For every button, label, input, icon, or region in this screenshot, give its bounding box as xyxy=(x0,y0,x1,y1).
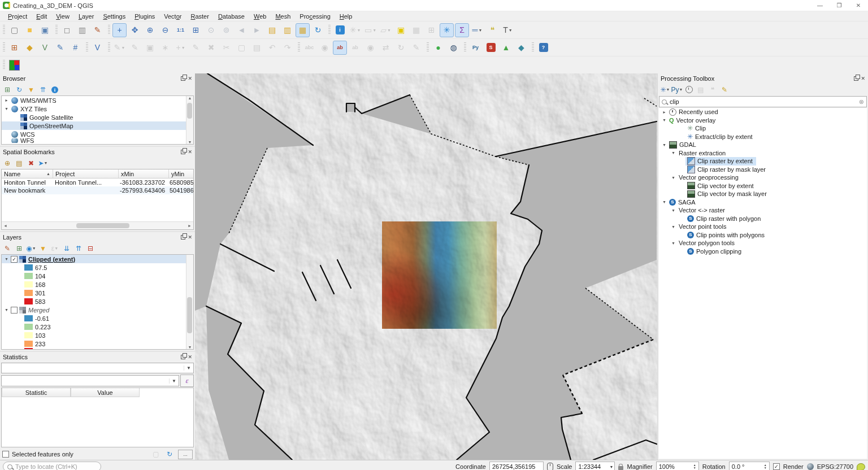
crs-value[interactable]: EPSG:27700 xyxy=(817,463,853,470)
processing-toolbox-toggle-button[interactable]: ✳ xyxy=(440,23,454,37)
layer-item-merged[interactable]: ▾Merged xyxy=(2,306,193,314)
toolbar-handle[interactable] xyxy=(3,60,5,70)
close-panel-icon[interactable]: ✕ xyxy=(188,150,192,155)
models-button[interactable]: ✳▼ xyxy=(659,84,671,95)
open-project-button[interactable]: ■ xyxy=(23,23,37,37)
collapse-icon[interactable]: ▾ xyxy=(670,224,676,229)
algorithm-item-vector-point-tools[interactable]: ▾Vector point tools xyxy=(659,223,867,231)
pan-to-selection-button[interactable]: ✥ xyxy=(128,23,142,37)
vertex-tool-dropdown-icon[interactable]: ▼ xyxy=(181,46,185,50)
rotation-input[interactable]: 0.0 ° ▲▼ xyxy=(729,462,770,470)
select-by-value-dropdown-icon[interactable]: ▼ xyxy=(387,28,391,32)
map-canvas[interactable] xyxy=(195,73,657,460)
menu-settings[interactable]: Settings xyxy=(98,12,130,20)
menu-layer[interactable]: Layer xyxy=(74,12,99,20)
collapse-all-button[interactable]: ⇈ xyxy=(37,84,49,95)
algorithm-item-clip[interactable]: ✳Clip xyxy=(659,124,867,133)
locate-input[interactable]: Type to locate (Ctrl+K) xyxy=(3,462,101,470)
toggle-extents-icon[interactable] xyxy=(547,463,553,470)
remove-layer-button[interactable]: ⊟ xyxy=(85,243,96,254)
new-temporary-scratch-layer-button[interactable]: V xyxy=(90,41,105,55)
menu-project[interactable]: Project xyxy=(3,12,32,20)
style-manager-button[interactable]: ✎ xyxy=(90,23,105,37)
measure-button[interactable]: ═▼ xyxy=(470,23,484,37)
algorithm-item-clip-raster-with-polygon[interactable]: SClip raster with polygon xyxy=(659,215,867,223)
horizontal-scrollbar[interactable]: ◄► xyxy=(2,221,193,229)
toolbar-handle[interactable] xyxy=(328,25,331,35)
menu-processing[interactable]: Processing xyxy=(295,12,335,20)
zoom-native-button[interactable]: 1:1 xyxy=(173,23,188,37)
legend-entry[interactable]: 233 xyxy=(2,340,193,348)
collapse-all-layers-button[interactable]: ⇈ xyxy=(73,243,84,254)
new-geopackage-layer-button[interactable]: ◆ xyxy=(23,41,37,55)
refresh-map-button[interactable]: ↻ xyxy=(311,23,325,37)
osm-place-search-button[interactable]: ◍ xyxy=(446,41,461,55)
selected-features-only-checkbox[interactable] xyxy=(2,451,9,458)
collapse-icon[interactable]: ▾ xyxy=(3,256,10,262)
collapse-icon[interactable]: ▾ xyxy=(670,150,676,155)
algorithm-item-clip-raster-by-mask-layer[interactable]: Clip raster by mask layer xyxy=(659,166,867,174)
algorithm-item-vector-geoprocessing[interactable]: ▾Vector geoprocessing xyxy=(659,173,867,182)
measure-dropdown-icon[interactable]: ▼ xyxy=(478,28,482,32)
magnifier-input[interactable]: 100% ▲▼ xyxy=(656,462,699,470)
menu-view[interactable]: View xyxy=(51,12,74,20)
legend-entry[interactable]: 168 xyxy=(2,280,193,289)
collapse-icon[interactable]: ▾ xyxy=(661,142,667,147)
processing-search-input[interactable]: clip ⊗ xyxy=(659,96,867,107)
save-project-button[interactable]: ▣ xyxy=(38,23,52,37)
run-feature-action-dropdown-icon[interactable]: ▼ xyxy=(357,28,361,32)
deselect-all-button[interactable]: ▣ xyxy=(394,23,408,37)
layer-visibility-checkbox[interactable]: ✓ xyxy=(11,256,18,263)
menu-help[interactable]: Help xyxy=(335,12,357,20)
algorithm-item-clip-vector-by-extent[interactable]: Clip vector by extent xyxy=(659,182,867,190)
menu-edit[interactable]: Edit xyxy=(32,12,51,20)
minimize-button[interactable]: — xyxy=(810,0,830,11)
new-spatial-bookmark-button[interactable]: ▤ xyxy=(265,23,279,37)
options-button[interactable]: ✎ xyxy=(719,84,730,95)
scripts-dropdown-icon[interactable]: ▼ xyxy=(679,88,683,92)
zoom-full-button[interactable]: ⊞ xyxy=(189,23,203,37)
collapse-icon[interactable]: ▾ xyxy=(3,307,10,312)
statistics-toggle-button[interactable]: Σ xyxy=(455,23,469,37)
statistic-column-header[interactable]: Statistic xyxy=(2,388,71,397)
scrollbar[interactable]: ▼ xyxy=(186,255,193,349)
scrollbar[interactable]: ▲▼ xyxy=(186,96,193,144)
rgb-raster-plugin-button[interactable] xyxy=(7,58,21,72)
browser-item-openstreetmap[interactable]: OpenStreetMap xyxy=(2,121,193,130)
float-panel-icon[interactable] xyxy=(181,76,185,81)
float-panel-icon[interactable] xyxy=(181,355,185,359)
menu-raster[interactable]: Raster xyxy=(186,12,213,20)
legend-entry[interactable]: 103 xyxy=(2,331,193,340)
bookmarks-column-header[interactable]: yMin xyxy=(169,169,194,178)
properties-info-button[interactable]: i xyxy=(49,84,60,95)
legend-entry[interactable]: 583 xyxy=(2,297,193,306)
menu-vector[interactable]: Vector xyxy=(159,12,186,20)
bookmarks-column-header[interactable]: xMin xyxy=(119,169,169,178)
browser-item-xyz-tiles[interactable]: ▾XYZ Tiles xyxy=(2,105,193,113)
algorithm-item-extract-clip-by-extent[interactable]: ✳Extract/clip by extent xyxy=(659,133,867,141)
collapse-icon[interactable]: ▾ xyxy=(3,106,10,111)
layer-blend-plugin-button[interactable]: ◆ xyxy=(514,41,528,55)
legend-entry[interactable]: 104 xyxy=(2,272,193,280)
show-bookmark-manager-button[interactable]: ▦ xyxy=(296,23,310,37)
new-project-button[interactable]: ▢ xyxy=(7,23,21,37)
algorithm-item-recently-used[interactable]: ▸Recently used xyxy=(659,108,867,116)
bookmark-row[interactable]: New bookmark-257993.6434065041986.760601… xyxy=(2,186,193,194)
algorithm-item-vector-overlay[interactable]: ▾QVector overlay xyxy=(659,116,867,125)
new-bookmark-button[interactable]: ▤ xyxy=(14,158,25,168)
terrain-plugin-button[interactable]: ▲ xyxy=(499,41,513,55)
history-button[interactable] xyxy=(683,84,695,95)
legend-entry[interactable] xyxy=(2,348,193,350)
statistics-more-button[interactable]: ... xyxy=(178,450,193,459)
expand-icon[interactable]: ▸ xyxy=(3,98,10,103)
close-panel-icon[interactable]: ✕ xyxy=(188,355,192,360)
collapse-icon[interactable]: ▾ xyxy=(670,208,676,213)
highlight-pinned-labels-button[interactable]: ab xyxy=(333,41,347,55)
algorithm-item-raster-extraction[interactable]: ▾Raster extraction xyxy=(659,149,867,158)
add-selected-layers-button[interactable]: ⊞ xyxy=(2,84,13,95)
browser-item-wcs[interactable]: WCS xyxy=(2,130,193,138)
filter-browser-button[interactable]: ▼ xyxy=(25,84,37,95)
algorithm-item-vector-raster[interactable]: ▾Vector <-> raster xyxy=(659,206,867,215)
close-panel-icon[interactable]: ✕ xyxy=(861,76,865,81)
new-virtual-layer-button[interactable]: # xyxy=(68,41,83,55)
